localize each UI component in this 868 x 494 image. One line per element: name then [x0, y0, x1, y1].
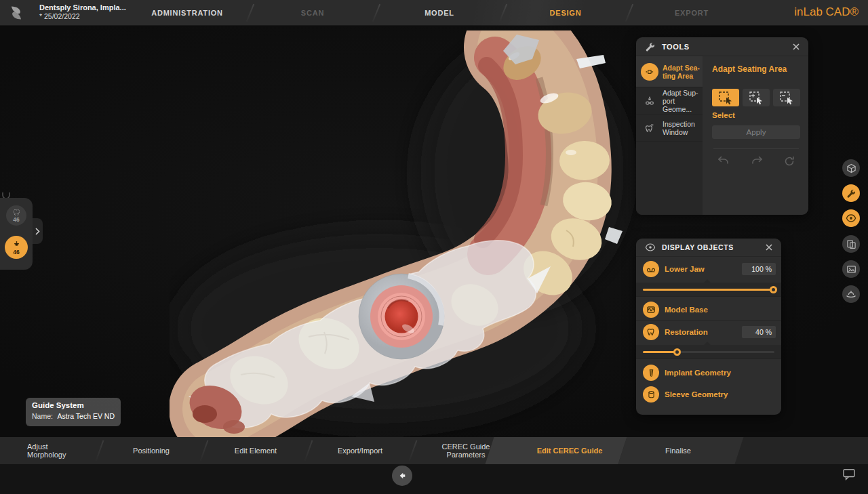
- display-row-model-base[interactable]: Model Base: [636, 300, 781, 320]
- step-finalise[interactable]: Finalise: [631, 437, 726, 464]
- tooth-icon: [13, 209, 20, 216]
- step-adjust-morphology[interactable]: Adjust Morphology: [27, 437, 102, 464]
- feedback-chat-button[interactable]: [842, 468, 857, 482]
- patient-birthdate: * 25/02/2022: [39, 12, 126, 21]
- display-objects-title: DISPLAY OBJECTS: [662, 243, 764, 251]
- tab-model[interactable]: MODEL: [375, 9, 504, 17]
- chevron-right-icon: [35, 228, 40, 235]
- select-rectangle-button[interactable]: [712, 89, 739, 106]
- tooth-number: 46: [13, 217, 19, 222]
- display-row-lower-jaw[interactable]: Lower Jaw 100 %: [636, 258, 781, 280]
- lower-jaw-slider[interactable]: [643, 289, 774, 291]
- tools-list: Adapt Sea- ting Area Adapt Sup- port Geo…: [636, 56, 703, 215]
- eye-icon: [846, 214, 856, 222]
- display-objects-panel: DISPLAY OBJECTS Lower Jaw 100 % Model Ba…: [636, 239, 781, 415]
- tool-heading: Adapt Seating Area: [712, 64, 800, 74]
- eye-icon: [645, 243, 656, 251]
- hand-tray-icon: [846, 289, 856, 299]
- tooth-46-restoration-button[interactable]: 46: [6, 205, 26, 226]
- tools-panel-title: TOOLS: [662, 43, 791, 51]
- restoration-icon: [643, 324, 659, 340]
- tab-design[interactable]: DESIGN: [501, 9, 630, 17]
- implant-sleeve: [359, 274, 444, 359]
- step-separator: [304, 440, 313, 461]
- restoration-value[interactable]: 40 %: [742, 326, 776, 338]
- expand-tooth-panel-button[interactable]: [33, 218, 43, 244]
- model-base-icon: [643, 302, 659, 318]
- adapt-seating-area-icon: [641, 63, 658, 81]
- inspection-window-icon: [641, 119, 658, 137]
- step-edit-element[interactable]: Edit Element: [208, 437, 303, 464]
- display-row-restoration[interactable]: Restoration 40 %: [636, 322, 781, 342]
- app-brand: inLab CAD®: [794, 5, 859, 19]
- step-separator: [409, 440, 418, 461]
- lower-jaw-slider-thumb[interactable]: [770, 286, 777, 293]
- collapse-stepbar-button[interactable]: [392, 466, 412, 486]
- cube-icon: [846, 163, 856, 173]
- close-icon[interactable]: [791, 41, 802, 52]
- tools-panel: TOOLS Adapt Sea- ting Area Adapt Sup- po…: [636, 37, 808, 215]
- case-details-button[interactable]: [842, 235, 860, 253]
- tab-administration[interactable]: ADMINISTRATION: [123, 9, 252, 17]
- display-objects-header: DISPLAY OBJECTS: [636, 239, 781, 257]
- step-cerec-guide-parameters[interactable]: CEREC Guide Parameters: [418, 437, 513, 464]
- restoration-slider-thumb[interactable]: [673, 348, 681, 356]
- jaw-scan-model[interactable]: [170, 30, 658, 437]
- bottom-strip: [0, 464, 868, 494]
- undo-icon[interactable]: [717, 156, 730, 169]
- tool-item-adapt-seating-area[interactable]: Adapt Sea- ting Area: [636, 56, 703, 87]
- chat-bubble-icon: [842, 468, 856, 480]
- sleeve-geometry-icon: [643, 386, 659, 403]
- reset-icon[interactable]: [784, 156, 795, 169]
- select-add-button[interactable]: [743, 89, 770, 106]
- tooth-selector-panel: 46 46: [0, 198, 33, 270]
- documents-icon: [846, 239, 856, 249]
- step-positioning[interactable]: Positioning: [104, 437, 199, 464]
- guide-name-value: Astra Tech EV ND: [58, 412, 115, 420]
- guide-name-label: Name:: [32, 412, 53, 420]
- tools-panel-header: TOOLS: [636, 37, 808, 56]
- tool-item-inspection-window[interactable]: Inspection Window: [636, 115, 703, 142]
- stepbar-tail: [735, 437, 868, 464]
- service-button[interactable]: [842, 285, 860, 303]
- wrench-icon: [645, 41, 656, 52]
- patient-info[interactable]: Dentsply Sirona, Impla... * 25/02/2022: [39, 3, 126, 21]
- patient-name: Dentsply Sirona, Impla...: [39, 3, 126, 12]
- display-row-sleeve-geometry[interactable]: Sleeve Geometry: [636, 384, 781, 405]
- redo-icon[interactable]: [751, 156, 763, 169]
- screenshot-button[interactable]: [842, 260, 860, 278]
- image-icon: [846, 264, 856, 274]
- tab-scan[interactable]: SCAN: [248, 9, 377, 17]
- lower-jaw-slider-row: [636, 283, 781, 296]
- display-objects-button[interactable]: [842, 209, 860, 227]
- guide-system-title: Guide System: [32, 401, 115, 409]
- display-row-implant-geometry[interactable]: Implant Geometry: [636, 362, 781, 384]
- tooth-46-implant-button[interactable]: 46: [5, 236, 28, 259]
- step-separator: [200, 440, 209, 461]
- step-export-import[interactable]: Export/Import: [313, 437, 408, 464]
- lower-jaw-icon: [643, 261, 659, 277]
- close-icon[interactable]: [764, 242, 774, 253]
- tool-item-adapt-support-geometry[interactable]: Adapt Sup- port Geome...: [636, 87, 703, 115]
- adapt-support-geometry-icon: [641, 92, 658, 110]
- implant-icon: [12, 241, 21, 249]
- view-options-button[interactable]: [842, 159, 860, 177]
- restoration-slider-row: [636, 345, 781, 358]
- step-edit-cerec-guide[interactable]: Edit CEREC Guide: [522, 437, 617, 464]
- dentsply-sirona-logo: [7, 4, 25, 22]
- tools-content: Adapt Seating Area Select Apply: [703, 56, 808, 215]
- select-subtract-button[interactable]: [773, 89, 800, 106]
- inlab-cad-app: Dentsply Sirona, Impla... * 25/02/2022 A…: [0, 0, 868, 494]
- tooth-number: 46: [13, 249, 19, 255]
- top-bar: Dentsply Sirona, Impla... * 25/02/2022 A…: [0, 0, 868, 26]
- guide-system-infobox: Guide System Name: Astra Tech EV ND: [26, 398, 121, 426]
- workflow-step-bar: Adjust Morphology Positioning Edit Eleme…: [0, 437, 868, 464]
- restoration-slider[interactable]: [643, 351, 774, 353]
- implant-geometry-icon: [643, 365, 659, 381]
- tools-button[interactable]: [842, 184, 860, 202]
- tab-export[interactable]: EXPORT: [627, 9, 756, 17]
- apply-button[interactable]: Apply: [712, 125, 800, 139]
- select-label: Select: [712, 111, 800, 119]
- wrench-icon: [846, 188, 856, 199]
- lower-jaw-value[interactable]: 100 %: [742, 263, 776, 275]
